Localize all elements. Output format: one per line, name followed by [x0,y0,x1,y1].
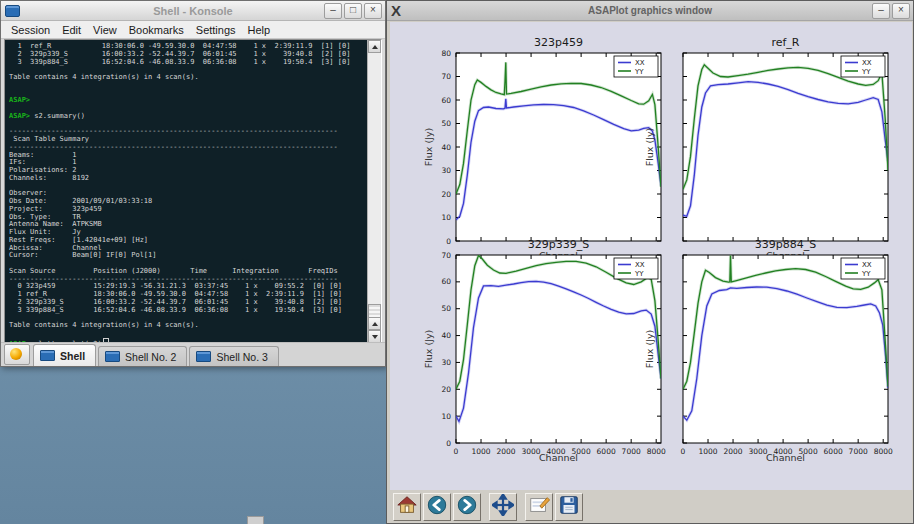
tabs-holder: ShellShell No. 2Shell No. 3 [33,344,281,366]
minimize-button[interactable]: – [872,3,890,19]
desktop: { "konsole": { "window_title": "Shell - … [0,0,914,524]
y-axis-label: Flux (Jy) [644,330,655,369]
terminal-line: Channels: 8192 [9,175,367,183]
menu-item-bookmarks[interactable]: Bookmarks [123,23,190,37]
legend-label: XX [635,59,645,67]
x-tick-label: 8000 [647,447,666,456]
menu-item-settings[interactable]: Settings [190,23,242,37]
y-axis-label: Flux (Jy) [423,330,434,369]
subplot-title: 323p459 [534,36,583,49]
terminal-line: 3 339p884_S 16:52:04.6 -46.08.33.9 06:36… [9,59,367,67]
close-button[interactable]: × [364,3,382,19]
scroll-up-icon[interactable] [368,40,381,53]
x-tick-label: 4000 [774,447,793,456]
scroll-up-icon-bottom[interactable] [368,317,381,330]
menu-item-session[interactable]: Session [5,23,56,37]
terminal-line [9,330,367,338]
y-axis-label: Flux (Jy) [644,128,655,167]
subplot-title: 329p339_S [528,238,589,251]
terminal-line: 3 339p884_S 16:52:04.6 -46.08.33.9 06:36… [9,307,367,315]
x-tick-label: 6000 [597,447,616,456]
terminal-line: ASAP> [9,97,367,105]
y-tick-label: 60 [441,277,451,286]
tab-label: Shell No. 2 [125,351,176,363]
x-tick-label: 7000 [849,447,868,456]
y-tick-label: 30 [441,358,451,367]
subplot-339p884_S: Channel010002000300040005000600070008000… [644,238,893,463]
terminal-tab-icon [40,350,55,361]
terminal-tab-icon [196,351,211,362]
konsole-window-buttons: –□× [324,3,385,19]
figure-svg: Channel01020304050607080323p459Flux (Jy)… [390,22,912,490]
terminal-frame: 1 ref_R 18:30:06.0 -49.59.30.0 04:47:58 … [4,39,382,344]
figure-canvas[interactable]: Channel01020304050607080323p459Flux (Jy)… [390,22,912,490]
x-tick-label: 0 [454,447,459,456]
x-tick-label: 5000 [572,447,591,456]
close-button[interactable]: × [892,3,910,19]
save-button[interactable] [555,493,583,521]
asaplot-window-buttons: –× [872,3,913,19]
konsole-titlebar[interactable]: Shell - Konsole –□× [1,1,385,21]
tab-shell-no-3[interactable]: Shell No. 3 [189,346,278,366]
forward-icon [456,494,478,520]
x-tick-label: 6000 [824,447,843,456]
tab-label: Shell [60,350,85,362]
x-tick-label: 3000 [522,447,541,456]
y-tick-label: 80 [441,49,451,58]
subplots-button[interactable] [525,493,553,521]
axes-frame [683,255,888,443]
konsole-window: Shell - Konsole –□× SessionEditViewBookm… [0,0,386,367]
legend-label: YY [634,68,644,76]
y-tick-label: 20 [441,385,451,394]
back-button[interactable] [423,493,451,521]
y-tick-label: 40 [441,331,451,340]
y-tick-label: 0 [446,439,451,448]
x-tick-label: 8000 [874,447,893,456]
terminal-scrollbar[interactable] [367,40,381,343]
y-tick-label: 40 [441,143,451,152]
y-tick-label: 10 [441,213,451,222]
terminal-output[interactable]: 1 ref_R 18:30:06.0 -49.59.30.0 04:47:58 … [5,40,367,343]
konsole-menu-bar: SessionEditViewBookmarksSettingsHelp [1,21,385,39]
forward-button[interactable] [453,493,481,521]
y-tick-label: 60 [441,96,451,105]
legend-label: YY [861,270,871,278]
maximize-button[interactable]: □ [344,3,362,19]
x-tick-label: 5000 [799,447,818,456]
x-tick-label: 1000 [471,447,490,456]
terminal-line: Table contains 4 integration(s) in 4 sca… [9,322,367,330]
menu-item-help[interactable]: Help [242,23,277,37]
y-tick-label: 30 [441,166,451,175]
minimize-button[interactable]: – [324,3,342,19]
menu-item-view[interactable]: View [87,23,123,37]
terminal-line [9,90,367,98]
x11-app-icon: X [391,3,401,18]
menu-item-edit[interactable]: Edit [56,23,87,37]
new-session-button[interactable] [4,344,30,365]
x-tick-label: 1000 [698,447,717,456]
legend-label: YY [634,270,644,278]
desktop-artifact [247,516,264,524]
subplot-ref_R: Channelref_RFlux (Jy)XXYY [644,36,888,261]
terminal-line: Table contains 4 integration(s) in 4 sca… [9,74,367,82]
x-tick-label: 2000 [497,447,516,456]
y-tick-label: 20 [441,190,451,199]
legend-label: XX [862,59,872,67]
terminal-line: ASAP> s2.summary() [9,113,367,121]
pan-button[interactable] [489,493,517,521]
subplots-icon [528,494,550,520]
new-session-icon [10,348,22,360]
konsole-tab-bar: ShellShell No. 2Shell No. 3 [1,342,385,366]
tab-shell-no-2[interactable]: Shell No. 2 [98,346,187,366]
x-tick-label: 7000 [622,447,641,456]
x-tick-label: 4000 [547,447,566,456]
y-tick-label: 10 [441,412,451,421]
tab-label: Shell No. 3 [216,351,267,363]
back-icon [426,494,448,520]
x-tick-label: 2000 [724,447,743,456]
asaplot-titlebar[interactable]: X ASAPlot graphics window –× [387,1,913,21]
y-tick-label: 0 [446,237,451,246]
tab-shell[interactable]: Shell [33,344,96,366]
x-tick-label: 3000 [749,447,768,456]
home-button[interactable] [393,493,421,521]
